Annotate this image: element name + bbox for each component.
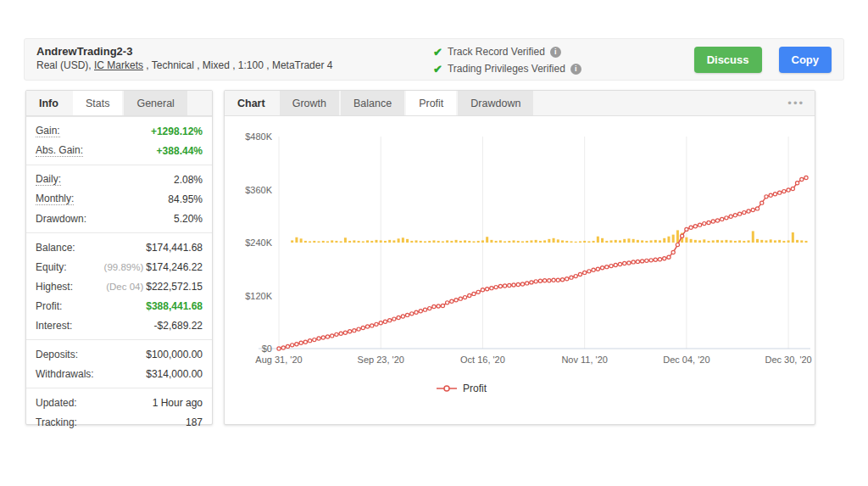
stat-row-profit: Profit: $388,441.68 xyxy=(26,296,212,316)
stat-label: Equity: xyxy=(36,261,67,273)
stat-row-withdrawals: Withdrawals: $314,000.00 xyxy=(26,364,212,383)
stat-label: Deposits: xyxy=(36,349,78,360)
rates-group: Daily: 2.08% Monthly: 84.95% Drawdown: 5… xyxy=(26,165,212,232)
stat-value: +388.44% xyxy=(157,145,203,157)
stat-value: -$2,689.22 xyxy=(154,320,203,332)
stat-row-interest: Interest: -$2,689.22 xyxy=(26,316,212,335)
header-buttons: Discuss Copy xyxy=(694,47,832,73)
info-icon[interactable]: i xyxy=(570,64,581,75)
svg-text:Sep 23, '20: Sep 23, '20 xyxy=(358,355,404,365)
profit-chart-svg[interactable]: $0$120K$240K$360K$480KAug 31, '20Sep 23,… xyxy=(225,117,815,405)
account-header: AndrewTrading2-3 Real (USD), IC Markets … xyxy=(24,38,844,81)
stat-label: Highest: xyxy=(36,281,73,293)
gain-group: Gain: +1298.12% Abs. Gain: +388.44% xyxy=(26,116,212,165)
stat-value: $388,441.68 xyxy=(146,300,203,312)
svg-text:Nov 11, '20: Nov 11, '20 xyxy=(561,355,607,365)
svg-text:Oct 16, '20: Oct 16, '20 xyxy=(460,355,505,365)
stat-label[interactable]: Gain: xyxy=(36,125,60,137)
stat-label: Balance: xyxy=(36,242,75,254)
deposits-group: Deposits: $100,000.00 Withdrawals: $314,… xyxy=(26,339,212,388)
meta-group: Updated: 1 Hour ago Tracking: 187 xyxy=(26,388,212,436)
stat-value: 187 xyxy=(186,416,203,428)
stat-label: Drawdown: xyxy=(36,213,86,225)
stat-value-note: (Dec 04) xyxy=(106,282,143,292)
stat-row-daily: Daily: 2.08% xyxy=(26,170,212,189)
stat-row-deposits: Deposits: $100,000.00 xyxy=(26,344,212,364)
tab-info[interactable]: Info xyxy=(26,91,71,115)
stat-row-monthly: Monthly: 84.95% xyxy=(26,189,212,209)
account-details: , Technical , Mixed , 1:100 , MetaTrader… xyxy=(143,59,332,71)
stat-label[interactable]: Monthly: xyxy=(36,193,74,205)
track-record-badge: ✔ Track Record Verified i xyxy=(433,43,581,60)
stat-value: (Dec 04)$222,572.15 xyxy=(106,281,203,293)
svg-text:Aug 31, '20: Aug 31, '20 xyxy=(255,355,302,365)
chart-panel-tabs: Chart Growth Balance Profit Drawdown ••• xyxy=(225,91,815,116)
stat-label: Withdrawals: xyxy=(36,368,94,380)
stat-row-gain: Gain: +1298.12% xyxy=(26,121,212,141)
tab-balance[interactable]: Balance xyxy=(341,91,404,115)
stat-label: Profit: xyxy=(36,300,62,312)
svg-text:$480K: $480K xyxy=(245,131,272,142)
chart-panel: Chart Growth Balance Profit Drawdown •••… xyxy=(224,90,815,425)
stat-value: 1 Hour ago xyxy=(153,397,203,409)
stats-panel: Info Stats General Gain: +1298.12% Abs. … xyxy=(25,90,213,425)
copy-button[interactable]: Copy xyxy=(779,47,832,73)
chart-legend[interactable]: Profit xyxy=(437,383,487,394)
stat-value: 2.08% xyxy=(174,174,203,186)
stat-value: (99.89%)$174,246.22 xyxy=(104,261,203,273)
tab-growth[interactable]: Growth xyxy=(280,91,339,115)
stat-value: +1298.12% xyxy=(151,126,203,137)
stat-row-updated: Updated: 1 Hour ago xyxy=(26,393,212,412)
trading-privileges-badge: ✔ Trading Privileges Verified i xyxy=(433,60,581,77)
stat-value-note: (99.89%) xyxy=(104,262,144,272)
stat-value: $174,441.68 xyxy=(146,242,203,254)
stat-label[interactable]: Daily: xyxy=(36,173,61,186)
stat-row-abs-gain: Abs. Gain: +388.44% xyxy=(26,141,212,160)
stat-value: $314,000.00 xyxy=(146,368,203,380)
account-title: AndrewTrading2-3 xyxy=(36,45,132,58)
profit-chart[interactable]: $0$120K$240K$360K$480KAug 31, '20Sep 23,… xyxy=(225,117,815,405)
svg-text:$360K: $360K xyxy=(245,185,272,195)
tab-general[interactable]: General xyxy=(124,91,186,115)
svg-text:$240K: $240K xyxy=(245,237,272,248)
trading-stats-page: AndrewTrading2-3 Real (USD), IC Markets … xyxy=(0,0,868,486)
stat-label: Updated: xyxy=(36,397,77,409)
verification-badges: ✔ Track Record Verified i ✔ Trading Priv… xyxy=(433,43,581,77)
account-subtitle: Real (USD), IC Markets , Technical , Mix… xyxy=(36,59,332,71)
svg-text:$0: $0 xyxy=(262,344,272,354)
stat-label: Tracking: xyxy=(36,416,77,428)
legend-line-marker-icon xyxy=(437,384,457,393)
tab-profit[interactable]: Profit xyxy=(406,91,456,115)
svg-text:Dec 04, '20: Dec 04, '20 xyxy=(663,355,709,365)
stat-row-drawdown: Drawdown: 5.20% xyxy=(26,209,212,228)
stat-row-highest: Highest: (Dec 04)$222,572.15 xyxy=(26,277,212,296)
legend-label: Profit xyxy=(463,383,487,394)
stat-row-tracking: Tracking: 187 xyxy=(26,412,212,432)
stat-row-balance: Balance: $174,441.68 xyxy=(26,237,212,257)
svg-text:Dec 30, '20: Dec 30, '20 xyxy=(765,355,811,365)
stat-label: Interest: xyxy=(36,320,72,332)
broker-link[interactable]: IC Markets xyxy=(94,59,143,71)
badge-label: Trading Privileges Verified xyxy=(448,63,565,75)
badge-label: Track Record Verified xyxy=(448,46,545,58)
stat-value: 84.95% xyxy=(168,193,203,205)
tab-stats[interactable]: Stats xyxy=(73,91,123,115)
discuss-button[interactable]: Discuss xyxy=(694,47,762,73)
balance-group: Balance: $174,441.68 Equity: (99.89%)$17… xyxy=(26,232,212,339)
info-icon[interactable]: i xyxy=(550,47,561,58)
chart-menu-icon[interactable]: ••• xyxy=(787,91,804,116)
check-icon: ✔ xyxy=(433,63,442,75)
tab-drawdown[interactable]: Drawdown xyxy=(458,91,533,115)
account-type: Real (USD), xyxy=(36,59,94,71)
stat-value: $100,000.00 xyxy=(146,349,203,360)
stat-row-equity: Equity: (99.89%)$174,246.22 xyxy=(26,257,212,277)
stat-value: 5.20% xyxy=(174,213,203,225)
tab-chart[interactable]: Chart xyxy=(225,91,278,115)
stat-label[interactable]: Abs. Gain: xyxy=(36,144,83,157)
svg-text:$120K: $120K xyxy=(245,291,272,301)
stats-panel-tabs: Info Stats General xyxy=(26,91,212,116)
stat-value-main: $174,246.22 xyxy=(146,261,203,273)
check-icon: ✔ xyxy=(433,46,442,59)
stat-value-main: $222,572.15 xyxy=(146,281,203,293)
